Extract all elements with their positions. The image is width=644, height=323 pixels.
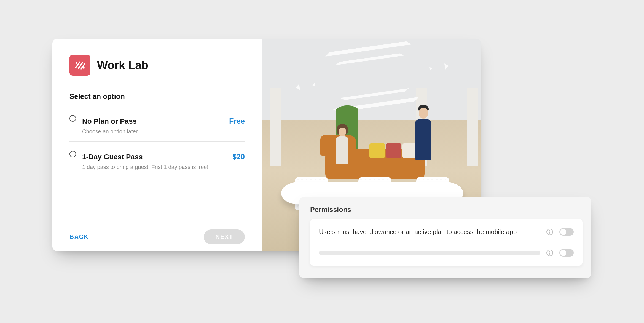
option-description: Choose an option later: [82, 128, 245, 135]
option-body: 1-Day Guest Pass $20 1 day pass to bring…: [82, 150, 245, 170]
permission-toggle[interactable]: [559, 249, 574, 257]
option-title: No Plan or Pass: [82, 117, 137, 126]
radio-icon[interactable]: [69, 151, 76, 157]
section-label: Select an option: [69, 92, 245, 106]
next-button[interactable]: NEXT: [204, 229, 245, 244]
app-title: Work Lab: [97, 59, 148, 72]
permission-row-placeholder: [319, 242, 574, 263]
info-icon[interactable]: [546, 228, 553, 235]
svg-point-4: [83, 67, 85, 69]
back-button[interactable]: BACK: [69, 233, 89, 240]
permissions-card: Permissions Users must have allowance or…: [299, 197, 591, 278]
permissions-title: Permissions: [310, 206, 583, 214]
permission-toggle[interactable]: [559, 228, 574, 236]
svg-point-9: [549, 251, 550, 252]
permission-label: Users must have allowance or an active p…: [319, 228, 540, 236]
permission-label-placeholder: [319, 251, 540, 255]
option-price: $20: [232, 153, 245, 161]
plan-form-panel: Work Lab Select an option No Plan or Pas…: [52, 39, 262, 251]
option-body: No Plan or Pass Free Choose an option la…: [82, 114, 245, 135]
plan-footer: BACK NEXT: [52, 222, 262, 251]
permission-row: Users must have allowance or an active p…: [319, 221, 574, 242]
svg-rect-7: [549, 231, 550, 234]
option-description: 1 day pass to bring a guest. Frist 1 day…: [82, 164, 245, 170]
option-guest-pass[interactable]: 1-Day Guest Pass $20 1 day pass to bring…: [69, 142, 245, 177]
plan-header: Work Lab: [69, 55, 245, 76]
info-icon[interactable]: [546, 249, 553, 256]
svg-point-6: [549, 230, 550, 231]
worklab-icon: [69, 55, 90, 76]
option-title: 1-Day Guest Pass: [82, 153, 143, 161]
permissions-list: Users must have allowance or an active p…: [310, 219, 583, 266]
option-no-plan[interactable]: No Plan or Pass Free Choose an option la…: [69, 106, 245, 142]
radio-icon[interactable]: [69, 115, 76, 122]
svg-rect-10: [549, 252, 550, 255]
option-price: Free: [229, 117, 245, 126]
svg-point-3: [76, 62, 77, 64]
